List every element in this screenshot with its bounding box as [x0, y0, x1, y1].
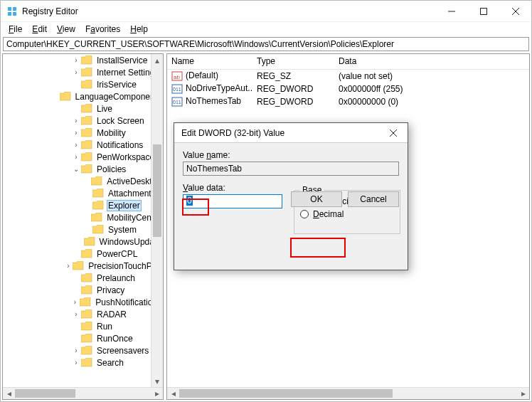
tree-item-label: LanguageComponents	[74, 92, 163, 102]
list-row[interactable]: 011NoDriveTypeAut...REG_DWORD0x000000ff …	[167, 83, 529, 95]
folder-icon	[81, 152, 92, 162]
menu-help[interactable]: Help	[125, 23, 153, 35]
tree-item-label: Screensavers	[95, 346, 150, 356]
list-row[interactable]: ab(Default)REG_SZ(value not set)	[167, 70, 529, 83]
tree-item[interactable]: ›Internet Settings	[3, 66, 163, 78]
tree-item[interactable]: ›InstallService	[3, 54, 163, 66]
scroll-thumb[interactable]	[179, 389, 393, 398]
column-header-type[interactable]: Type	[252, 54, 334, 69]
chevron-right-icon[interactable]: ›	[71, 129, 81, 137]
chevron-down-icon[interactable]: ⌄	[71, 165, 81, 173]
scroll-thumb[interactable]	[15, 389, 75, 398]
list-body[interactable]: ab(Default)REG_SZ(value not set)011NoDri…	[167, 70, 529, 108]
tree-item[interactable]: IrisService	[3, 78, 163, 90]
maximize-button[interactable]	[467, 1, 499, 22]
address-input[interactable]: Computer\HKEY_CURRENT_USER\SOFTWARE\Micr…	[3, 37, 529, 51]
folder-icon	[81, 322, 92, 331]
menu-edit[interactable]: Edit	[27, 23, 52, 35]
folder-icon	[81, 164, 92, 174]
dialog-body: Value name: NoThemesTab Value data: 0 Ba…	[174, 143, 408, 216]
folder-icon	[92, 189, 104, 198]
chevron-right-icon[interactable]: ›	[64, 262, 73, 270]
tree-item[interactable]: Explorer	[3, 199, 163, 211]
cancel-button[interactable]: Cancel	[348, 191, 399, 207]
value-data-input[interactable]: 0	[183, 194, 282, 208]
dialog-buttons: OK Cancel	[291, 191, 399, 207]
tree-item[interactable]: ›PushNotifications	[3, 296, 163, 308]
close-button[interactable]	[499, 1, 531, 22]
svg-rect-1	[13, 7, 16, 11]
value-data: 0x000000ff (255)	[334, 84, 519, 94]
menu-favorites[interactable]: Favorites	[80, 23, 125, 35]
folder-icon	[91, 213, 102, 222]
chevron-right-icon[interactable]: ›	[71, 347, 81, 354]
tree-item[interactable]: ⌄Policies	[3, 163, 163, 175]
chevron-right-icon[interactable]: ›	[71, 117, 81, 125]
decimal-radio[interactable]: Decimal	[300, 208, 394, 221]
tree-item[interactable]: ›PrecisionTouchPad	[3, 260, 163, 272]
scroll-up-icon[interactable]: ▴	[151, 54, 163, 66]
tree-item[interactable]: LanguageComponents	[3, 90, 163, 102]
minimize-button[interactable]	[435, 1, 467, 22]
value-type: REG_DWORD	[252, 97, 334, 107]
chevron-right-icon[interactable]: ›	[71, 359, 81, 366]
scroll-right-icon[interactable]: ▸	[517, 388, 529, 399]
tree-item[interactable]: ›Notifications	[3, 139, 163, 151]
menu-view[interactable]: View	[52, 23, 80, 35]
app-icon	[6, 6, 18, 17]
tree-item[interactable]: ›Screensavers	[3, 344, 163, 356]
scroll-left-icon[interactable]: ◂	[3, 388, 15, 399]
folder-icon	[81, 116, 92, 125]
tree-item[interactable]: Privacy	[3, 284, 163, 296]
tree-item-label: IrisService	[95, 80, 138, 90]
annotation-highlight	[290, 238, 346, 258]
chevron-right-icon[interactable]: ›	[70, 298, 80, 306]
list-row[interactable]: 011NoThemesTabREG_DWORD0x00000000 (0)	[167, 95, 529, 108]
folder-icon	[81, 310, 92, 319]
tree-item[interactable]: ActiveDesktop	[3, 175, 163, 187]
tree-item[interactable]: WindowsUpdate	[3, 236, 163, 248]
scroll-right-icon[interactable]: ▸	[151, 388, 163, 399]
ok-button[interactable]: OK	[291, 191, 342, 207]
column-header-data[interactable]: Data	[334, 54, 519, 69]
tree-item[interactable]: RunOnce	[3, 332, 163, 344]
folder-icon	[92, 225, 104, 234]
column-header-name[interactable]: Name	[167, 54, 252, 69]
chevron-right-icon[interactable]: ›	[71, 56, 81, 64]
tree-item[interactable]: Attachments	[3, 187, 163, 199]
tree-item[interactable]: ›Lock Screen	[3, 115, 163, 127]
chevron-right-icon[interactable]: ›	[71, 310, 81, 318]
tree-item[interactable]: MobilityCenter	[3, 211, 163, 223]
chevron-right-icon[interactable]: ›	[71, 153, 81, 161]
tree-item-label: System	[107, 225, 138, 235]
tree-item[interactable]: Run	[3, 320, 163, 332]
tree-item[interactable]: Prelaunch	[3, 272, 163, 284]
tree-item[interactable]: ›PenWorkspace	[3, 151, 163, 163]
list-header: NameTypeData	[167, 54, 529, 70]
svg-rect-5	[480, 8, 486, 14]
svg-rect-2	[8, 12, 11, 16]
tree-item[interactable]: ›Search	[3, 356, 163, 369]
scroll-down-icon[interactable]: ▾	[151, 375, 163, 387]
chevron-right-icon[interactable]: ›	[71, 141, 81, 149]
dialog-close-button[interactable]	[379, 123, 408, 143]
tree-vscroll[interactable]: ▴ ▾	[151, 54, 163, 387]
window-title: Registry Editor	[22, 6, 435, 16]
value-name-field: NoThemesTab	[183, 162, 399, 176]
tree-item[interactable]: System	[3, 223, 163, 236]
menu-file[interactable]: File	[4, 23, 27, 35]
tree-view[interactable]: ›InstallService›Internet SettingsIrisSer…	[3, 54, 163, 387]
tree-item[interactable]: ›Mobility	[3, 127, 163, 139]
tree-item[interactable]: ›RADAR	[3, 308, 163, 320]
scroll-thumb[interactable]	[153, 144, 161, 237]
tree-item-label: Search	[95, 358, 125, 368]
tree-item-label: Notifications	[95, 140, 144, 150]
folder-icon	[91, 176, 102, 186]
list-hscroll[interactable]: ◂ ▸	[167, 387, 529, 399]
tree-item[interactable]: Live	[3, 102, 163, 115]
tree-hscroll[interactable]: ◂ ▸	[3, 387, 163, 399]
tree-item[interactable]: PowerCPL	[3, 248, 163, 260]
chevron-right-icon[interactable]: ›	[71, 68, 81, 76]
window-titlebar: Registry Editor	[1, 1, 531, 22]
scroll-left-icon[interactable]: ◂	[167, 388, 179, 399]
